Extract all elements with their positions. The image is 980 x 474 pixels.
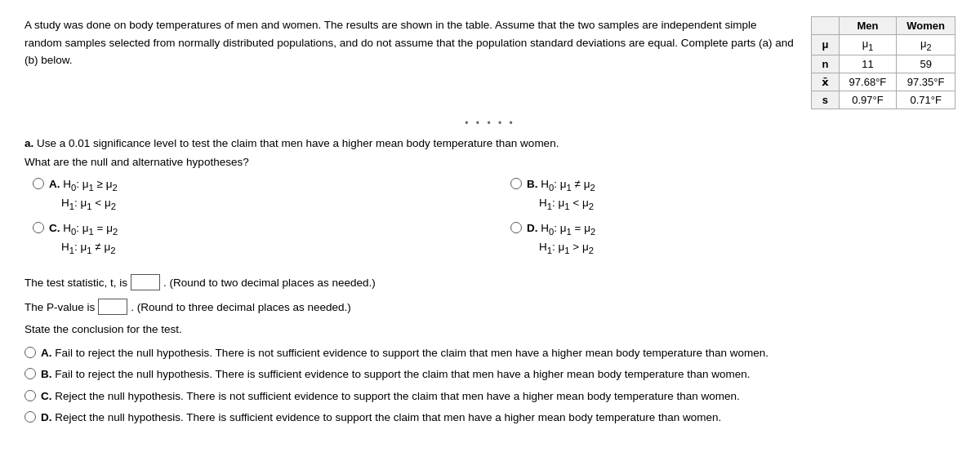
state-conclusion-label: State the conclusion for the test.	[24, 323, 956, 335]
conclusion-C-letter: C.	[41, 390, 52, 402]
table-header-men: Men	[839, 17, 897, 35]
option-D[interactable]: D. H0: μ1 = μ2 H1: μ1 > μ2	[510, 220, 956, 258]
option-B[interactable]: B. H0: μ1 ≠ μ2 H1: μ1 < μ2	[510, 176, 956, 214]
radio-B[interactable]	[510, 178, 522, 189]
table-cell-n-label: n	[812, 55, 839, 73]
table-cell-s-men: 0.97°F	[839, 91, 897, 109]
conclusion-A-letter: A.	[41, 347, 52, 359]
option-A-content: A. H0: μ1 ≥ μ2 H1: μ1 < μ2	[49, 176, 118, 214]
option-A-h0: H0: μ1 ≥ μ2	[63, 178, 118, 190]
conclusion-option-D[interactable]: D. Reject the null hypothesis. There is …	[24, 410, 956, 426]
conclusion-radio-C[interactable]	[24, 390, 36, 401]
radio-A[interactable]	[33, 178, 44, 189]
option-A-h1: H1: μ1 < μ2	[49, 197, 116, 209]
pvalue-input[interactable]	[98, 299, 127, 315]
conclusion-radio-A[interactable]	[24, 347, 36, 358]
table-cell-xbar-label: x̄	[812, 73, 839, 91]
pvalue-line: The P-value is . (Round to three decimal…	[24, 299, 956, 315]
conclusion-option-A[interactable]: A. Fail to reject the null hypothesis. T…	[24, 345, 956, 361]
section-title-a: a. Use a 0.01 significance level to test…	[24, 137, 956, 149]
option-A[interactable]: A. H0: μ1 ≥ μ2 H1: μ1 < μ2	[33, 176, 478, 214]
table-row-n: n 11 59	[812, 55, 956, 73]
conclusion-options: A. Fail to reject the null hypothesis. T…	[24, 345, 956, 426]
top-section: A study was done on body temperatures of…	[24, 16, 956, 109]
table-cell-xbar-men: 97.68°F	[839, 73, 897, 91]
conclusion-D-letter: D.	[41, 411, 52, 423]
conclusion-radio-B[interactable]	[24, 368, 36, 379]
pvalue-label: The P-value is	[24, 301, 95, 313]
conclusion-B-letter: B.	[41, 368, 52, 380]
conclusion-D-content: D. Reject the null hypothesis. There is …	[41, 410, 721, 426]
test-stat-label: The test statistic, t, is	[24, 277, 127, 289]
option-B-letter: B.	[527, 178, 538, 190]
test-statistic-line: The test statistic, t, is . (Round to tw…	[24, 274, 956, 290]
conclusion-A-text: Fail to reject the null hypothesis. Ther…	[55, 347, 768, 359]
option-A-letter: A.	[49, 178, 60, 190]
conclusion-C-text: Reject the null hypothesis. There is not…	[55, 390, 739, 402]
test-stat-input[interactable]	[131, 274, 160, 290]
table-cell-mu-men: μ1	[839, 35, 897, 55]
conclusion-B-text: Fail to reject the null hypothesis. Ther…	[55, 368, 750, 380]
intro-paragraph: A study was done on body temperatures of…	[24, 16, 795, 69]
option-D-h0: H0: μ1 = μ2	[541, 222, 595, 234]
option-B-h1: H1: μ1 < μ2	[527, 197, 594, 209]
data-table-wrapper: Men Women μ μ1 μ2 n 11 59 x̄ 97.68°F	[811, 16, 956, 109]
table-cell-n-men: 11	[839, 55, 897, 73]
conclusion-C-content: C. Reject the null hypothesis. There is …	[41, 388, 740, 405]
table-header-women: Women	[897, 17, 956, 35]
option-B-h0: H0: μ1 ≠ μ2	[541, 178, 595, 190]
conclusion-A-content: A. Fail to reject the null hypothesis. T…	[41, 345, 768, 361]
table-row-mu: μ μ1 μ2	[812, 35, 956, 55]
option-C-h1: H1: μ1 ≠ μ2	[49, 241, 116, 253]
intro-text: A study was done on body temperatures of…	[24, 19, 794, 66]
option-D-h1: H1: μ1 > μ2	[527, 241, 594, 253]
table-cell-n-women: 59	[897, 55, 956, 73]
table-cell-s-women: 0.71°F	[897, 91, 956, 109]
table-row-xbar: x̄ 97.68°F 97.35°F	[812, 73, 956, 91]
table-row-s: s 0.97°F 0.71°F	[812, 91, 956, 109]
table-cell-s-label: s	[812, 91, 839, 109]
option-C-content: C. H0: μ1 = μ2 H1: μ1 ≠ μ2	[49, 220, 118, 258]
conclusion-option-C[interactable]: C. Reject the null hypothesis. There is …	[24, 388, 956, 405]
conclusion-B-content: B. Fail to reject the null hypothesis. T…	[41, 366, 751, 383]
option-C-h0: H0: μ1 = μ2	[63, 222, 118, 234]
option-C[interactable]: C. H0: μ1 = μ2 H1: μ1 ≠ μ2	[33, 220, 478, 258]
table-cell-mu-women: μ2	[897, 35, 956, 55]
hypotheses-question: What are the null and alternative hypoth…	[24, 156, 956, 168]
option-D-letter: D.	[527, 222, 538, 234]
pvalue-note: . (Round to three decimal places as need…	[131, 301, 350, 313]
radio-D[interactable]	[510, 222, 522, 233]
conclusion-option-B[interactable]: B. Fail to reject the null hypothesis. T…	[24, 366, 956, 383]
option-B-content: B. H0: μ1 ≠ μ2 H1: μ1 < μ2	[527, 176, 595, 214]
part-a-label: a.	[24, 137, 33, 149]
option-C-letter: C.	[49, 222, 60, 234]
hypotheses-options-grid: A. H0: μ1 ≥ μ2 H1: μ1 < μ2 B. H0: μ1 ≠ μ…	[33, 176, 956, 259]
table-cell-mu-label: μ	[812, 35, 839, 55]
option-D-content: D. H0: μ1 = μ2 H1: μ1 > μ2	[527, 220, 595, 258]
test-stat-note: . (Round to two decimal places as needed…	[163, 277, 376, 289]
divider: • • • • •	[24, 117, 956, 129]
conclusion-radio-D[interactable]	[24, 411, 36, 423]
radio-C[interactable]	[33, 222, 44, 233]
data-table: Men Women μ μ1 μ2 n 11 59 x̄ 97.68°F	[811, 16, 956, 109]
table-cell-xbar-women: 97.35°F	[897, 73, 956, 91]
conclusion-D-text: Reject the null hypothesis. There is suf…	[55, 411, 721, 423]
part-a-instruction: Use a 0.01 significance level to test th…	[37, 137, 559, 149]
table-header-empty	[812, 17, 839, 35]
